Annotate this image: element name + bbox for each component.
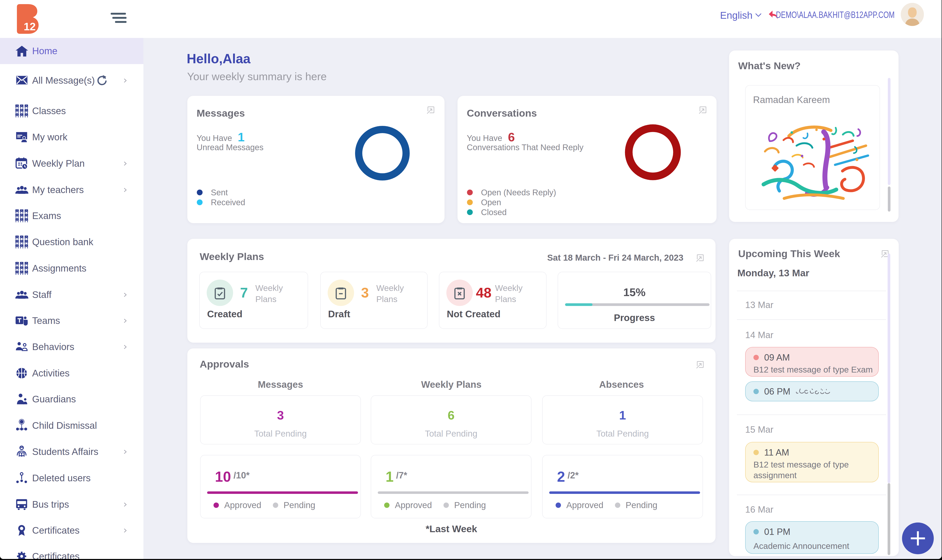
svg-text:12: 12 bbox=[24, 21, 35, 32]
